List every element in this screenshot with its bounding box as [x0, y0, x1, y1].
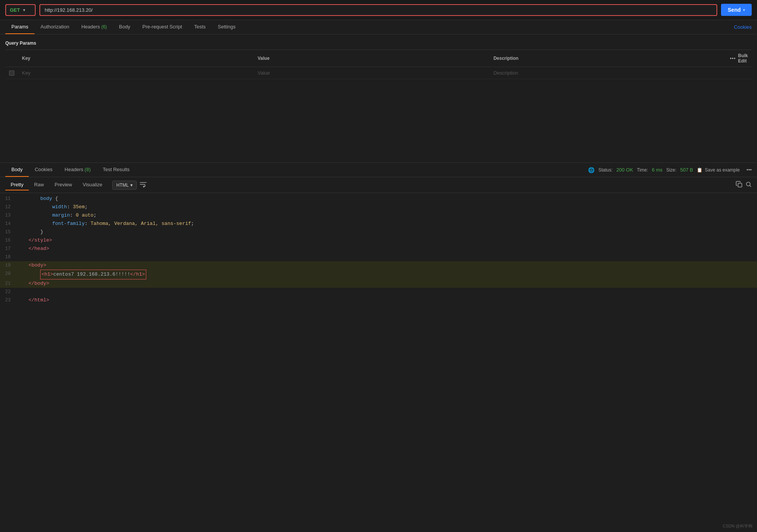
url-input-wrapper: [39, 4, 717, 16]
method-label: GET: [10, 7, 20, 13]
code-line-11: 11 body {: [0, 195, 757, 203]
code-line-23: 23 </html>: [0, 296, 757, 304]
desc-cell[interactable]: Description: [490, 67, 726, 79]
code-line-16: 16 </style>: [0, 236, 757, 245]
code-line-18: 18: [0, 253, 757, 261]
tab-authorization[interactable]: Authorization: [34, 20, 75, 34]
code-line-14: 14 font-family: Tahoma, Verdana, Arial, …: [0, 220, 757, 228]
col-value: Value: [254, 50, 490, 67]
time-value: 6 ms: [652, 167, 662, 173]
request-tabs-row: Params Authorization Headers (6) Body Pr…: [0, 20, 757, 34]
status-value: 200 OK: [616, 167, 633, 173]
col-key: Key: [18, 50, 254, 67]
search-button[interactable]: [746, 181, 752, 189]
format-chevron-icon: ▾: [130, 183, 133, 188]
copy-button[interactable]: [736, 181, 743, 189]
code-line-22: 22: [0, 288, 757, 296]
response-toolbar: Pretty Raw Preview Visualize HTML ▾: [0, 177, 757, 193]
method-selector[interactable]: GET ▾: [5, 4, 36, 16]
query-params-section: Query Params Key Value Description ••• B…: [0, 34, 757, 79]
params-table: Key Value Description ••• Bulk Edit: [5, 50, 752, 79]
wrap-button[interactable]: [140, 181, 147, 189]
response-panel: Body Cookies Headers (8) Test Results 🌐 …: [0, 162, 757, 322]
table-row: Key Value Description: [5, 67, 752, 79]
status-label: Status:: [598, 167, 612, 173]
format-selector[interactable]: HTML ▾: [112, 181, 137, 190]
code-line-19: 19 <body>: [0, 261, 757, 270]
view-tab-preview[interactable]: Preview: [49, 179, 77, 190]
col-bulk-edit: ••• Bulk Edit: [726, 50, 752, 67]
view-tab-pretty[interactable]: Pretty: [5, 179, 29, 190]
empty-area: [0, 79, 757, 162]
response-tab-test-results[interactable]: Test Results: [97, 163, 136, 177]
code-line-21: 21 </body>: [0, 279, 757, 288]
col-checkbox: [5, 50, 18, 67]
response-tabs-row: Body Cookies Headers (8) Test Results 🌐 …: [0, 163, 757, 177]
key-cell[interactable]: Key: [18, 67, 254, 79]
top-bar: GET ▾ Send ▾: [0, 0, 757, 20]
code-area[interactable]: 11 body { 12 width: 35em; 13 margin: 0 a…: [0, 193, 757, 322]
code-line-15: 15 }: [0, 228, 757, 236]
size-label: Size:: [666, 167, 677, 173]
code-line-17: 17 </head>: [0, 245, 757, 253]
code-line-12: 12 width: 35em;: [0, 203, 757, 211]
send-chevron-icon: ▾: [743, 8, 745, 12]
save-icon: 📋: [697, 167, 702, 173]
view-tab-raw[interactable]: Raw: [29, 179, 49, 190]
watermark: CSDN @科学狗: [723, 523, 752, 529]
response-right-icons: 🌐 Status: 200 OK Time: 6 ms Size: 507 B …: [588, 167, 752, 173]
code-line-20: 20 <h1>centos7 192.168.213.6!!!!!</h1>: [0, 270, 757, 279]
response-tab-body[interactable]: Body: [5, 163, 29, 177]
tab-settings[interactable]: Settings: [212, 20, 242, 34]
value-cell[interactable]: Value: [254, 67, 490, 79]
response-tab-headers[interactable]: Headers (8): [59, 163, 97, 177]
url-input[interactable]: [45, 7, 712, 13]
code-line-13: 13 margin: 0 auto;: [0, 211, 757, 220]
more-options-icon[interactable]: •••: [730, 56, 736, 61]
more-options-button[interactable]: •••: [746, 167, 752, 173]
query-params-title: Query Params: [5, 38, 752, 48]
tab-pre-request-script[interactable]: Pre-request Script: [136, 20, 188, 34]
row-checkbox[interactable]: [9, 70, 14, 76]
tab-headers[interactable]: Headers (6): [75, 20, 113, 34]
size-value: 507 B: [680, 167, 693, 173]
save-example-button[interactable]: 📋 Save as example: [697, 167, 740, 173]
tab-tests[interactable]: Tests: [188, 20, 212, 34]
view-tab-visualize[interactable]: Visualize: [77, 179, 108, 190]
time-label: Time:: [637, 167, 648, 173]
col-description: Description: [490, 50, 726, 67]
cookies-link[interactable]: Cookies: [734, 20, 752, 34]
tab-params[interactable]: Params: [5, 20, 34, 34]
tab-body[interactable]: Body: [113, 20, 136, 34]
svg-rect-0: [738, 183, 742, 187]
response-tab-cookies[interactable]: Cookies: [29, 163, 59, 177]
method-chevron-icon: ▾: [23, 8, 25, 12]
globe-icon: 🌐: [588, 167, 594, 173]
send-button[interactable]: Send ▾: [721, 4, 752, 16]
